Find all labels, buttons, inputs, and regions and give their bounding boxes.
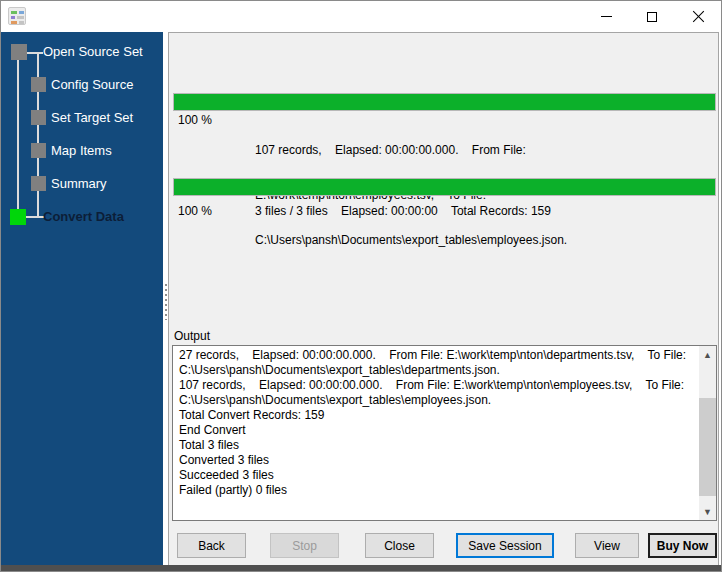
total-progress-bar [173, 178, 716, 196]
output-log-box[interactable]: 27 records, Elapsed: 00:00:00.000. From … [172, 345, 717, 521]
step-marker-config-source [31, 77, 46, 92]
sidebar-step-summary: Summary [51, 176, 107, 192]
sidebar-step-open-source-set: Open Source Set [43, 44, 143, 60]
window-bottom-edge [1, 565, 721, 571]
output-scrollbar[interactable]: ▲︎ ▼︎ [699, 346, 716, 520]
app-window: Open Source Set Config Source Set Target… [0, 0, 722, 572]
save-session-button[interactable]: Save Session [456, 533, 554, 558]
close-icon [691, 9, 706, 24]
step-marker-map-items [31, 143, 46, 158]
sidebar-step-set-target-set: Set Target Set [51, 110, 133, 126]
file-progress-detail-line3: C:\Users\pansh\Documents\export_tables\e… [255, 233, 567, 248]
convert-panel: 100 % 107 records, Elapsed: 00:00:00.000… [168, 32, 719, 565]
close-dialog-button[interactable]: Close [365, 533, 434, 558]
total-progress-detail: 3 files / 3 files Elapsed: 00:00:00 Tota… [255, 204, 551, 219]
output-log-text: 27 records, Elapsed: 00:00:00.000. From … [173, 346, 699, 520]
step-marker-open-source-set [11, 44, 27, 60]
scroll-down-icon[interactable]: ▼︎ [699, 504, 716, 519]
step-marker-set-target-set [31, 110, 46, 125]
buy-now-button[interactable]: Buy Now [648, 533, 717, 558]
output-label: Output [174, 329, 210, 343]
view-button[interactable]: View [575, 533, 639, 558]
sidebar-step-map-items: Map Items [51, 143, 112, 159]
minimize-icon [601, 16, 612, 17]
sidebar-step-config-source: Config Source [51, 77, 133, 93]
close-button[interactable] [675, 1, 721, 32]
stop-button: Stop [270, 533, 339, 558]
sidebar-step-convert-data: Convert Data [43, 209, 124, 225]
file-progress-detail-line1: 107 records, Elapsed: 00:00:00.000. From… [255, 143, 567, 158]
step-marker-summary [31, 176, 46, 191]
maximize-button[interactable] [629, 1, 675, 32]
back-button[interactable]: Back [177, 533, 246, 558]
title-bar [1, 1, 721, 32]
wizard-sidebar: Open Source Set Config Source Set Target… [1, 32, 163, 565]
maximize-icon [647, 12, 657, 22]
app-icon [8, 7, 26, 25]
total-progress-percent: 100 % [178, 204, 212, 218]
scrollbar-thumb[interactable] [699, 398, 716, 496]
step-marker-convert-data-active [10, 209, 26, 225]
scroll-up-icon[interactable]: ▲︎ [699, 347, 716, 362]
window-controls [583, 1, 721, 32]
step-connector-line [26, 216, 44, 218]
file-progress-bar [173, 93, 716, 111]
file-progress-percent: 100 % [178, 113, 212, 127]
minimize-button[interactable] [583, 1, 629, 32]
step-connector-line [27, 52, 43, 54]
step-connector-line [17, 60, 19, 210]
splitter-grip-icon [165, 284, 167, 320]
